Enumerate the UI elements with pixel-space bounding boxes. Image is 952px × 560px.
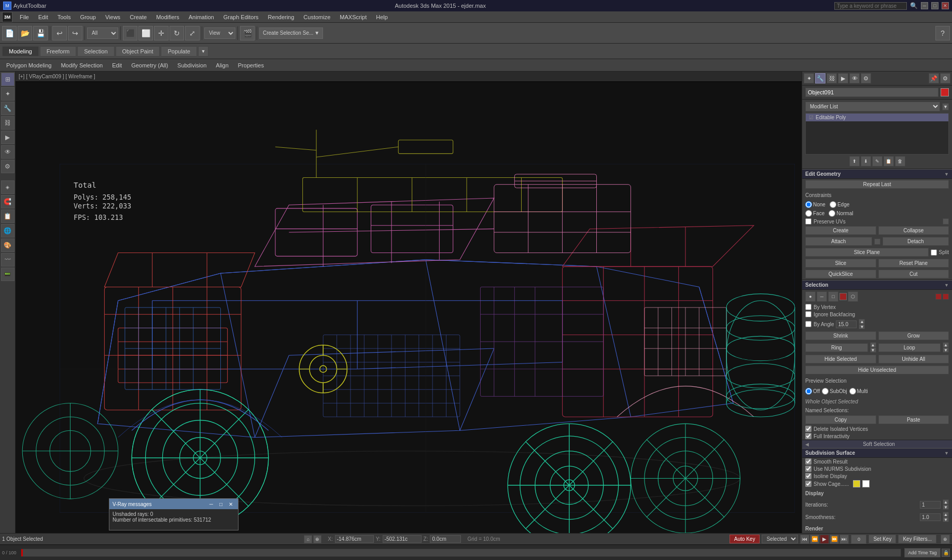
move-btn[interactable]: ✛	[154, 26, 169, 40]
by-angle-checkbox[interactable]	[805, 321, 811, 327]
panel-display-icon[interactable]: 👁	[849, 73, 860, 83]
new-btn[interactable]: 📄	[2, 26, 17, 40]
selected-dropdown[interactable]: Selected	[762, 535, 798, 543]
shrink-btn[interactable]: Shrink	[805, 331, 876, 340]
mod-nav-icon4[interactable]: 📋	[884, 156, 894, 166]
reset-plane-btn[interactable]: Reset Plane	[878, 259, 949, 268]
sidebar-selection-filter[interactable]: ◈	[1, 180, 15, 194]
by-vertex-checkbox[interactable]	[805, 304, 811, 310]
sidebar-mini-listener[interactable]: 📟	[1, 268, 15, 281]
redo-btn[interactable]: ↪	[68, 26, 82, 40]
create-btn[interactable]: Create	[805, 226, 876, 235]
search-input[interactable]	[834, 2, 907, 10]
preview-off-option[interactable]: Off	[805, 388, 820, 395]
select-region-btn[interactable]: ⬜	[138, 26, 153, 40]
sidebar-display[interactable]: 👁	[1, 145, 15, 159]
sel-polygon-icon[interactable]	[839, 293, 847, 300]
coord-y-input[interactable]	[383, 535, 422, 543]
menu-file[interactable]: File	[16, 13, 33, 21]
create-selection-btn[interactable]: Create Selection Se... ▼	[259, 27, 323, 39]
loop-up[interactable]: ▲	[943, 342, 949, 347]
ring-down[interactable]: ▼	[870, 347, 876, 353]
isoline-display-checkbox[interactable]	[805, 473, 811, 479]
undo-btn[interactable]: ↩	[52, 26, 67, 40]
disp-iter-down[interactable]: ▼	[943, 505, 949, 510]
viewport[interactable]: Total Polys: 258,145 Verts: 222,033 FPS:…	[16, 82, 802, 533]
sidebar-motion[interactable]: ▶	[1, 131, 15, 144]
rotate-btn[interactable]: ↻	[170, 26, 184, 40]
sel-element-icon[interactable]: ⬡	[848, 291, 858, 302]
detach-btn[interactable]: Detach	[883, 237, 949, 246]
panel-hierarchy-icon[interactable]: ⛓	[827, 73, 837, 83]
menu-customize[interactable]: Customize	[299, 13, 334, 21]
sidebar-command-panel[interactable]: ⊞	[1, 73, 15, 86]
show-cage-checkbox[interactable]	[805, 481, 811, 487]
quickslice-btn[interactable]: QuickSlice	[805, 270, 876, 278]
delete-isolated-checkbox[interactable]	[805, 426, 811, 432]
loop-btn[interactable]: Loop	[878, 343, 941, 352]
time-slider[interactable]	[21, 549, 901, 557]
mod-nav-icon3[interactable]: ✎	[872, 156, 883, 166]
search-icon[interactable]: 🔍	[910, 2, 918, 9]
menu-maxscript[interactable]: MAXScript	[335, 13, 371, 21]
mod-nav-icon5[interactable]: 🗑	[895, 156, 905, 166]
go-start-btn[interactable]: ⏮	[800, 535, 809, 544]
by-angle-input[interactable]	[836, 320, 857, 328]
subtab-modify-selection[interactable]: Modify Selection	[57, 61, 107, 69]
maximize-btn[interactable]: □	[931, 2, 939, 9]
hide-unselected-btn[interactable]: Hide Unselected	[805, 366, 949, 374]
panel-create-icon[interactable]: ✦	[804, 73, 814, 83]
subtab-properties[interactable]: Properties	[234, 61, 268, 69]
select-btn[interactable]: ⬛	[123, 26, 137, 40]
vray-minimize-btn[interactable]: ─	[207, 501, 215, 507]
ignore-backfacing-checkbox[interactable]	[805, 311, 811, 317]
subtab-geometry-all[interactable]: Geometry (All)	[127, 61, 172, 69]
loop-down[interactable]: ▼	[943, 347, 949, 353]
nav-btn1[interactable]: ⌂	[304, 535, 312, 543]
menu-animation[interactable]: Animation	[185, 13, 218, 21]
add-key-btn[interactable]: ⊕	[941, 535, 950, 544]
go-end-btn[interactable]: ⏭	[839, 535, 849, 544]
help-btn[interactable]: ?	[935, 26, 950, 40]
sidebar-scene[interactable]: 🌐	[1, 224, 15, 237]
panel-pin-icon[interactable]: 📌	[929, 73, 939, 83]
copy-btn[interactable]: Copy	[805, 415, 876, 424]
by-angle-down[interactable]: ▼	[859, 324, 865, 329]
close-btn[interactable]: ✕	[942, 2, 949, 9]
tab-modeling[interactable]: Modeling	[2, 46, 39, 56]
subtab-subdivision[interactable]: Subdivision	[173, 61, 211, 69]
panel-modify-icon[interactable]: 🔧	[815, 73, 825, 83]
attach-btn[interactable]: Attach	[805, 237, 872, 246]
mod-nav-icon1[interactable]: ⬆	[849, 156, 860, 166]
sidebar-material[interactable]: 🎨	[1, 239, 15, 252]
menu-group[interactable]: Group	[76, 13, 100, 21]
sidebar-snap[interactable]: 🧲	[1, 195, 15, 208]
preview-multi-option[interactable]: Multi	[849, 388, 868, 395]
next-frame-btn[interactable]: ⏩	[830, 535, 839, 544]
modifier-stack-options[interactable]: ▼	[942, 103, 949, 110]
menu-graph-editors[interactable]: Graph Editors	[219, 13, 263, 21]
sidebar-layer[interactable]: 📋	[1, 209, 15, 223]
menu-modifiers[interactable]: Modifiers	[152, 13, 184, 21]
sidebar-curve[interactable]: 〰	[1, 253, 15, 267]
soft-selection-header[interactable]: ◀ Soft Selection	[802, 440, 952, 448]
tab-object-paint[interactable]: Object Paint	[116, 46, 160, 57]
constraint-edge-option[interactable]: Edge	[830, 201, 849, 208]
panel-motion-icon[interactable]: ▶	[838, 73, 848, 83]
nav-btn2[interactable]: ⊕	[313, 535, 321, 543]
collapse-btn[interactable]: Collapse	[878, 226, 949, 235]
sel-border-icon[interactable]: □	[828, 291, 838, 302]
object-name-input[interactable]	[805, 88, 939, 97]
lock-icon[interactable]: 🔒	[942, 549, 950, 557]
menu-create[interactable]: Create	[125, 13, 151, 21]
sidebar-create[interactable]: ✦	[1, 87, 15, 101]
set-key-btn[interactable]: Set Key	[869, 535, 896, 543]
split-checkbox[interactable]	[931, 249, 937, 256]
play-btn[interactable]: ▶	[820, 535, 829, 544]
render-btn[interactable]: 🎬	[240, 26, 255, 40]
sel-vertex-icon[interactable]: ●	[805, 291, 816, 302]
filter-dropdown[interactable]: All	[87, 27, 118, 39]
scale-btn[interactable]: ⤢	[185, 26, 200, 40]
menu-views[interactable]: Views	[101, 13, 124, 21]
paste-btn[interactable]: Paste	[878, 415, 949, 424]
